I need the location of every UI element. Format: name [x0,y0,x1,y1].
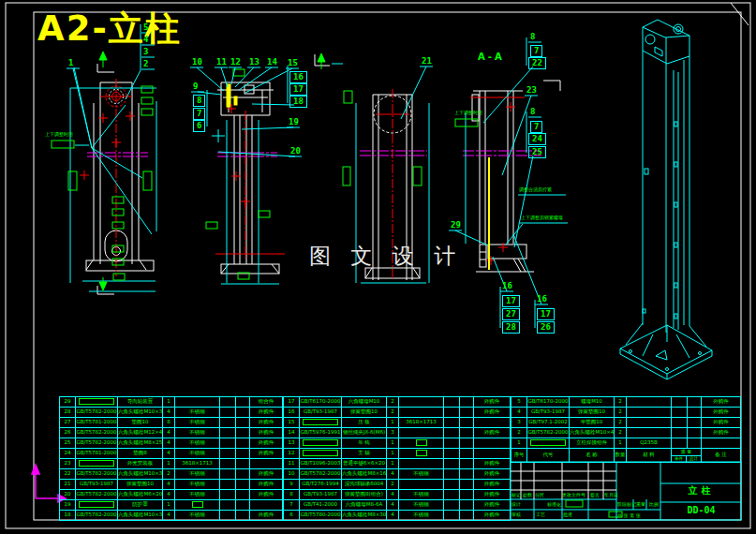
callout-16: 16 [289,71,307,83]
callout-20: 20 [290,147,301,156]
title-block-label: 设计 [511,502,521,507]
callout-16: 16 [502,282,512,290]
sheet-title: A2-立柱 [37,11,182,46]
callout-21: 21 [422,57,432,66]
callout-8: 8 [530,108,535,116]
table-row: 3GB/T97.1-2002平垫圈102外购件 [511,418,741,428]
table-row: 17GB/T6170-2000六角螺母M102外购件 [284,397,511,408]
annotation-note-4: 上下调整后锁紧螺母 [521,215,563,220]
table-row: 25GB/T5782-2000六角头螺栓M8×254不锈钢外购件 [60,438,283,449]
table-row: 15压 板13618×1713 [284,418,511,428]
callout-6: 6 [193,120,205,132]
callout-7: 7 [530,121,542,133]
callout-2: 2 [143,60,148,68]
title-block-label: 共 张 第 张 [617,513,641,518]
title-block-label: 重量 [636,502,645,507]
section-aa-label: A-A [478,52,505,62]
title-block-label: 标记 [511,493,521,497]
callout-26: 26 [537,321,555,334]
view-detail [212,82,285,284]
view-isometric [620,20,712,379]
table-row: 11GB/T1096-2003普通平键6×6×201外购件 [284,459,511,469]
bom-header-row: 序号代号名 称数量材 料重 量单件总计备 注 [511,449,741,463]
title-block-label: 批准 [563,512,572,517]
table-row: 19防护罩1 [60,500,283,511]
title-block-label: 年月日 [604,493,618,497]
table-row: 4GB/T93-1987弹簧垫圈102外购件 [511,408,741,418]
bom-group-2: 17GB/T6170-2000六角螺母M102外购件16GB/T93-1987弹… [283,396,511,521]
table-row: 29导向轮装置1组合件 [60,397,283,408]
callout-25: 25 [528,146,546,158]
watermark-text: 图 文 设 计 [309,242,462,271]
callout-13: 13 [249,58,259,67]
bom-group-3: 5GB/T6170-2000螺母M102外购件4GB/T93-1987弹簧垫圈1… [511,396,741,463]
table-row: 27GB/T5781-2000垫圈108不锈钢外购件 [60,418,283,428]
callout-23: 23 [526,86,537,95]
callout-22: 22 [528,57,546,69]
bom-group-1: 29导向轮装置1组合件28GB/T5782-2000六角头螺栓M10×354不锈… [59,396,283,521]
callout-4: 4 [143,36,148,44]
callout-12: 12 [230,58,241,67]
title-block-label: 签名 [590,493,600,497]
callout-8: 8 [193,95,205,107]
callout-29: 29 [451,221,461,230]
cad-sheet: { "sheet": { "title": "A2-立柱", "watermar… [0,0,756,534]
title-block-label: 标准化 [547,502,561,507]
title-block-label: 分区 [535,493,544,497]
callout-17: 17 [289,83,307,96]
callout-11: 11 [216,58,227,67]
table-row: 22GB/T5782-2000六角头螺栓M10×302不锈钢外购件 [60,469,283,480]
leader-lines [74,24,568,328]
table-row: 26GB/T5782-2000六角头螺栓M12×404不锈钢外购件 [60,428,283,438]
callout-28: 28 [502,321,520,334]
annotation-note-3: 调整合适后拧紧 [519,187,552,192]
table-row: 13吊 钩1 [284,438,511,449]
title-block-part-name: 立柱 [661,484,741,497]
table-row: 28GB/T5782-2000六角头螺栓M10×354不锈钢外购件 [60,408,283,418]
title-block-label: 审核 [511,512,521,517]
callout-17: 17 [537,308,555,320]
table-row: 10GB/T5782-2000六角头螺栓M8×164不锈钢外购件 [284,469,511,480]
callout-10: 10 [192,58,202,67]
callout-18: 18 [289,96,307,108]
callout-9: 9 [193,82,198,91]
table-row: 6GB/T5780-2000六角头螺栓M8×304不锈钢外购件 [284,511,511,521]
table-row: 2GB/T5782-2000六角头螺栓M10×402外购件 [511,428,741,438]
annotation-note-1: 上下调整时用 [45,132,73,137]
callout-3: 3 [143,48,148,56]
callout-7: 7 [193,108,205,120]
callout-16: 16 [537,295,547,304]
table-row: 20GB/T5782-2000六角头螺栓M6×204不锈钢外购件 [60,490,283,500]
callout-1: 1 [68,59,73,67]
table-row: 21GB/T93-1987弹簧垫圈104不锈钢外购件 [60,480,283,490]
title-block-drawing-number: DD-04 [661,505,741,515]
callout-17: 17 [502,295,520,307]
annotation-note-2: 上下调整时用 [454,111,482,115]
callout-8: 8 [530,33,535,41]
callout-14: 14 [267,58,277,67]
title-block-label: 阶段标记 [617,502,636,507]
table-row: 14GB/T5976-1991钢丝绳夹JX-6(M6)3外购件 [284,428,511,438]
table-row: 24GB/T5781-2000垫圈84不锈钢外购件 [60,449,283,459]
table-row: 18GB/T5782-2000六角头螺栓M10×304不锈钢外购件 [60,511,283,521]
table-row: 5GB/T6170-2000螺母M102外购件 [511,397,741,408]
callout-15: 15 [288,59,298,67]
table-row: 9GB/T276-1994深沟球轴承60042外购件 [284,480,511,490]
table-row: 12主 轴1 [284,449,511,459]
title-block-label: 处数 [523,493,532,497]
table-row: 8GB/T93-1987弹簧垫圈8(组合)4不锈钢外购件 [284,490,511,500]
callout-19: 19 [289,118,299,126]
callout-7: 7 [530,45,542,57]
callout-27: 27 [502,308,520,320]
table-row: 1立柱焊接组件1Q235B [511,438,741,449]
title-block-label: 比例 [649,502,659,507]
title-block-label: 更改文件号 [562,493,586,497]
table-row: 16GB/T93-1987弹簧垫圈102外购件 [284,408,511,418]
table-row: 23外壳安装板13618×1713 [60,459,283,469]
title-block-label: 工艺 [536,512,545,517]
table-row: 7GB/T41-2000六角螺母M8-6A4不锈钢外购件 [284,500,511,511]
callout-24: 24 [528,133,546,145]
callout-5: 5 [143,23,148,32]
